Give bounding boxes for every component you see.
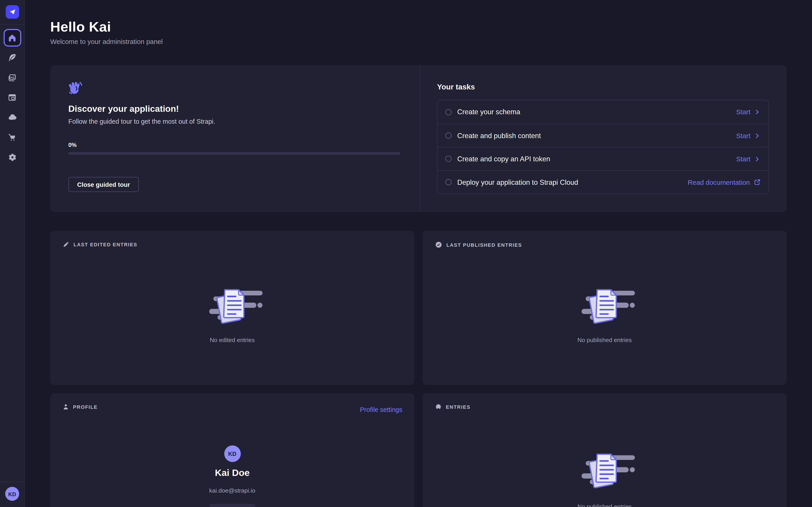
task-action-label: Start xyxy=(736,108,750,116)
card-title: LAST EDITED ENTRIES xyxy=(73,241,137,247)
close-guided-tour-button[interactable]: Close guided tour xyxy=(68,177,139,192)
last-published-entries-card: LAST PUBLISHED ENTRIES No published entr… xyxy=(422,231,786,385)
task-status-circle-icon xyxy=(445,109,452,115)
sidebar-item-media-library[interactable] xyxy=(3,69,21,86)
feather-icon xyxy=(8,53,16,62)
task-row-deploy-strapi-cloud: Deploy your application to Strapi Cloud … xyxy=(438,170,768,193)
profile-name: Kai Doe xyxy=(50,468,414,478)
profile-settings-link[interactable]: Profile settings xyxy=(360,406,402,413)
page-title: Hello Kai xyxy=(50,19,111,35)
task-status-circle-icon xyxy=(445,156,452,162)
guided-tour-progress-bar xyxy=(68,152,400,155)
strapi-admin-dashboard: KD Hello Kai Welcome to your administrat… xyxy=(0,0,812,507)
strapi-logo-icon[interactable] xyxy=(6,5,19,19)
card-header: ENTRIES xyxy=(435,404,470,410)
card-header: LAST PUBLISHED ENTRIES xyxy=(435,241,522,248)
task-row-create-api-token: Create and copy an API token Start xyxy=(438,147,768,170)
person-icon xyxy=(63,404,69,410)
task-label: Create your schema xyxy=(457,108,520,116)
tasks-list: Create your schema Start Create and publ… xyxy=(437,100,769,194)
sidebar-divider-bottom xyxy=(0,482,24,482)
tasks-title: Your tasks xyxy=(437,83,475,91)
card-header: PROFILE xyxy=(63,404,98,410)
guided-tour-title: Discover your application! xyxy=(68,104,179,114)
guided-tour-description: Follow the guided tour to get the most o… xyxy=(68,118,215,125)
empty-state-message: No published entries xyxy=(422,337,786,343)
task-action-label: Read documentation xyxy=(688,178,750,186)
entries-card: ENTRIES No published entries xyxy=(422,393,786,507)
documents-illustration xyxy=(574,285,635,324)
task-row-create-publish-content: Create and publish content Start xyxy=(438,124,768,147)
task-label: Create and copy an API token xyxy=(457,155,550,163)
sidebar-item-content-manager[interactable] xyxy=(3,89,21,106)
waving-hand-icon xyxy=(68,81,82,95)
last-edited-entries-card: LAST EDITED ENTRIES No edited entries xyxy=(50,231,414,385)
task-action-label: Start xyxy=(736,155,750,163)
empty-state-message: No edited entries xyxy=(50,337,414,343)
sidebar-item-home[interactable] xyxy=(3,29,21,47)
sidebar: KD xyxy=(0,0,25,507)
content-manager-icon xyxy=(8,93,16,102)
task-label: Deploy your application to Strapi Cloud xyxy=(457,178,578,186)
empty-state-message: No published entries xyxy=(422,503,786,507)
task-status-circle-icon xyxy=(445,179,452,185)
settings-gear-icon xyxy=(7,153,17,162)
user-avatar[interactable]: KD xyxy=(5,487,19,501)
marketplace-cart-icon xyxy=(8,133,16,142)
task-start-link[interactable]: Start xyxy=(736,155,761,163)
task-start-link[interactable]: Start xyxy=(736,131,761,139)
read-documentation-link[interactable]: Read documentation xyxy=(688,178,761,186)
chevron-right-icon xyxy=(754,132,761,139)
sidebar-item-marketplace[interactable] xyxy=(3,129,21,146)
check-circle-icon xyxy=(435,241,442,248)
profile-role-badge xyxy=(209,504,255,507)
sidebar-divider xyxy=(0,24,24,25)
card-divider xyxy=(420,65,420,212)
external-link-icon xyxy=(754,178,761,186)
card-title: PROFILE xyxy=(73,404,98,410)
chevron-right-icon xyxy=(754,156,761,162)
task-row-create-schema: Create your schema Start xyxy=(438,100,768,123)
sidebar-item-cloud[interactable] xyxy=(3,109,21,126)
profile-avatar: KD xyxy=(224,446,241,462)
documents-illustration xyxy=(202,285,263,324)
task-action-label: Start xyxy=(736,131,750,139)
media-library-icon xyxy=(8,73,16,82)
sidebar-nav xyxy=(0,29,24,166)
task-label: Create and publish content xyxy=(457,131,541,139)
home-icon xyxy=(8,33,16,42)
pencil-icon xyxy=(63,241,69,248)
card-title: LAST PUBLISHED ENTRIES xyxy=(446,242,522,247)
chevron-right-icon xyxy=(754,109,761,115)
puzzle-icon xyxy=(435,404,442,410)
guided-tour-progress-label: 0% xyxy=(68,142,77,148)
guided-tour-card: Discover your application! Follow the gu… xyxy=(50,65,787,212)
page-subtitle: Welcome to your administration panel xyxy=(50,38,163,46)
documents-illustration xyxy=(574,449,635,488)
sidebar-item-settings[interactable] xyxy=(3,149,21,166)
sidebar-item-content-type-builder[interactable] xyxy=(3,49,21,66)
cloud-icon xyxy=(7,113,17,122)
card-header: LAST EDITED ENTRIES xyxy=(63,241,137,248)
profile-card: PROFILE Profile settings KD Kai Doe kai.… xyxy=(50,393,414,507)
profile-email: kai.doe@strapi.io xyxy=(50,488,414,494)
task-start-link[interactable]: Start xyxy=(736,108,761,116)
task-status-circle-icon xyxy=(445,132,452,139)
strapi-logo-glyph xyxy=(8,8,17,16)
card-title: ENTRIES xyxy=(446,404,470,410)
